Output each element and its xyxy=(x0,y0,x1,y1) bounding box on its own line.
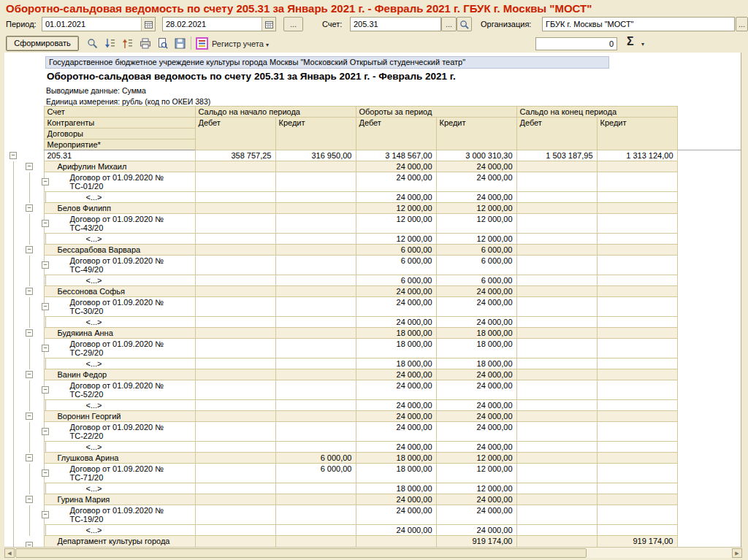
cell-value[interactable]: 24 000,00 xyxy=(436,380,516,400)
cell-value[interactable] xyxy=(597,483,677,494)
cell-value[interactable] xyxy=(195,369,275,380)
cell-value[interactable]: 12 000,00 xyxy=(436,483,516,494)
cell-value[interactable] xyxy=(516,483,597,494)
cell-value[interactable]: 358 757,25 xyxy=(195,150,275,161)
cell-value[interactable] xyxy=(195,275,275,286)
cell-value[interactable]: 24 000,00 xyxy=(436,172,516,192)
row-label[interactable]: Договор от 01.09.2020 № ТС-30/20 xyxy=(44,297,195,317)
cell-value[interactable] xyxy=(597,161,677,172)
cell-value[interactable] xyxy=(275,203,356,214)
cell-value[interactable] xyxy=(516,214,597,234)
cell-value[interactable] xyxy=(275,442,356,453)
sum-button[interactable]: Σ xyxy=(627,35,634,48)
cell-value[interactable]: 24 000,00 xyxy=(436,317,516,328)
cell-value[interactable] xyxy=(597,525,677,536)
print-icon[interactable] xyxy=(139,37,151,50)
collapse-expander-icon[interactable]: − xyxy=(42,428,49,435)
row-label[interactable]: Договор от 01.09.2020 № ТС-52/20 xyxy=(44,380,195,400)
row-label[interactable]: <...> xyxy=(44,317,195,328)
cell-value[interactable] xyxy=(275,214,356,234)
cell-value[interactable] xyxy=(516,442,597,453)
cell-value[interactable] xyxy=(516,422,597,442)
cell-value[interactable] xyxy=(597,317,677,328)
cell-value[interactable] xyxy=(195,442,275,453)
cell-value[interactable] xyxy=(195,358,275,369)
row-label[interactable]: <...> xyxy=(44,525,195,536)
cell-value[interactable]: 24 000,00 xyxy=(356,286,436,297)
cell-value[interactable]: 6 000,00 xyxy=(436,256,516,275)
collapse-expander-icon[interactable]: − xyxy=(42,220,49,227)
row-label[interactable]: Воронин Георгий xyxy=(44,411,195,422)
column-header-debit[interactable]: Дебет xyxy=(516,118,597,150)
cell-value[interactable] xyxy=(195,494,275,505)
cell-value[interactable]: 24 000,00 xyxy=(436,525,516,536)
cell-value[interactable] xyxy=(597,203,677,214)
cell-value[interactable]: 12 000,00 xyxy=(436,453,516,464)
cell-value[interactable]: 12 000,00 xyxy=(356,234,436,245)
cell-value[interactable] xyxy=(195,161,275,172)
cell-value[interactable] xyxy=(516,494,597,505)
cell-value[interactable] xyxy=(275,422,356,442)
cell-value[interactable] xyxy=(516,400,597,411)
cell-value[interactable] xyxy=(516,317,597,328)
cell-value[interactable] xyxy=(195,536,275,548)
column-header-counterparties[interactable]: Контрагенты xyxy=(44,118,195,129)
cell-value[interactable] xyxy=(597,505,677,525)
horizontal-scrollbar[interactable]: ◀ ▶ xyxy=(4,547,742,558)
cell-value[interactable]: 24 000,00 xyxy=(356,380,436,400)
cell-value[interactable] xyxy=(275,400,356,411)
cell-value[interactable]: 919 174,00 xyxy=(436,536,516,548)
cell-value[interactable]: 24 000,00 xyxy=(356,400,436,411)
cell-value[interactable]: 24 000,00 xyxy=(436,369,516,380)
cell-value[interactable] xyxy=(195,286,275,297)
cell-value[interactable]: 24 000,00 xyxy=(356,505,436,525)
column-header-opening-balance[interactable]: Сальдо на начало периода xyxy=(195,107,356,118)
cell-value[interactable] xyxy=(597,286,677,297)
row-label[interactable]: 205.31 xyxy=(44,150,195,161)
cell-value[interactable] xyxy=(516,536,597,548)
calendar-icon[interactable] xyxy=(141,18,155,31)
column-header-credit[interactable]: Кредит xyxy=(436,118,516,150)
cell-value[interactable]: 24 000,00 xyxy=(436,192,516,203)
cell-value[interactable]: 24 000,00 xyxy=(436,161,516,172)
row-label[interactable]: Арифулин Михаил xyxy=(44,161,195,172)
cell-value[interactable] xyxy=(195,203,275,214)
cell-value[interactable]: 6 000,00 xyxy=(436,275,516,286)
cell-value[interactable] xyxy=(597,494,677,505)
generate-button[interactable]: Сформировать xyxy=(6,36,79,51)
cell-value[interactable]: 24 000,00 xyxy=(356,161,436,172)
cell-value[interactable] xyxy=(195,245,275,256)
row-label[interactable]: Договор от 01.09.2020 № ТС-49/20 xyxy=(44,256,195,275)
row-label[interactable]: <...> xyxy=(44,358,195,369)
row-label[interactable]: <...> xyxy=(44,442,195,453)
row-label[interactable]: <...> xyxy=(44,234,195,245)
cell-value[interactable] xyxy=(195,380,275,400)
collapse-expander-icon[interactable]: − xyxy=(42,469,49,477)
row-label[interactable]: <...> xyxy=(44,192,195,203)
cell-value[interactable] xyxy=(597,172,677,192)
cell-value[interactable] xyxy=(275,161,356,172)
zoom-icon[interactable] xyxy=(86,37,99,50)
column-header-account[interactable]: Счет xyxy=(44,107,195,118)
cell-value[interactable]: 24 000,00 xyxy=(436,494,516,505)
cell-value[interactable] xyxy=(516,161,597,172)
cell-value[interactable]: 24 000,00 xyxy=(436,505,516,525)
cell-value[interactable] xyxy=(516,505,597,525)
column-header-credit[interactable]: Кредит xyxy=(597,118,677,150)
cell-value[interactable] xyxy=(516,411,597,422)
collapse-expander-icon[interactable]: − xyxy=(42,303,49,310)
account-field[interactable]: 205.31 xyxy=(350,17,441,31)
cell-value[interactable]: 24 000,00 xyxy=(356,317,436,328)
collapse-expander-icon[interactable]: − xyxy=(26,371,33,378)
cell-value[interactable]: 18 000,00 xyxy=(356,464,436,483)
row-label[interactable]: Договор от 01.09.2020 № ТС-22/20 xyxy=(44,422,195,442)
row-label[interactable]: Ванин Федор xyxy=(44,369,195,380)
cell-value[interactable] xyxy=(516,339,597,358)
collapse-expander-icon[interactable]: − xyxy=(26,163,33,170)
cell-value[interactable] xyxy=(597,422,677,442)
cell-value[interactable]: 24 000,00 xyxy=(356,411,436,422)
collapse-expander-icon[interactable]: − xyxy=(26,496,33,503)
cell-value[interactable] xyxy=(597,358,677,369)
collapse-expander-icon[interactable]: − xyxy=(26,288,33,295)
cell-value[interactable] xyxy=(597,411,677,422)
